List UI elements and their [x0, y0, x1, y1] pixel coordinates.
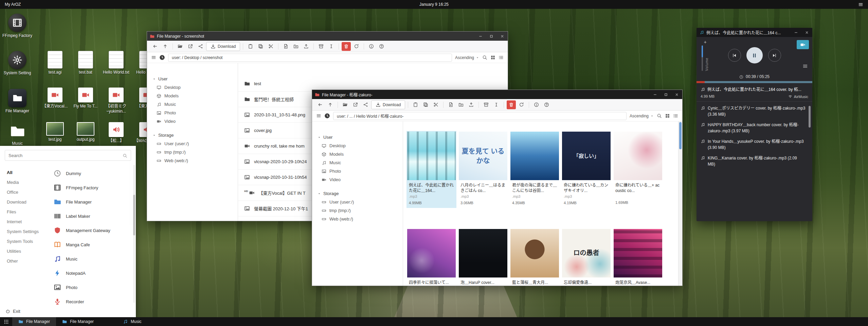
desktop-file-vocal[interactable]: 【東方Vocal... — [40, 88, 70, 114]
desktop-file-test-bat[interactable]: test.bat — [71, 51, 101, 75]
share-button[interactable] — [361, 100, 370, 109]
desktop-file-output-jpg[interactable]: output.jpg — [71, 122, 101, 143]
list-view-icon[interactable] — [673, 113, 678, 118]
file-tile-avase[interactable]: 炮笼京风＿Avase... — [613, 228, 663, 286]
app-item-notepada[interactable]: NotepadA — [53, 266, 131, 280]
desktop-file-fly-me-to-t[interactable]: Fly Me To T... — [71, 88, 101, 114]
open-in-new-button[interactable] — [186, 42, 195, 51]
sidebar-item-music[interactable]: Music — [312, 158, 403, 167]
archive-button[interactable] — [317, 42, 326, 51]
sidebar-item-video[interactable]: Video — [147, 117, 238, 126]
sidebar-section-storage[interactable]: Storage — [147, 131, 238, 139]
download-button[interactable]: Download — [206, 42, 240, 51]
playlist-item[interactable]: Cynic＿ポリスピカデリー cover. by 柘榴-zakuro-.mp3 … — [701, 105, 806, 117]
category-internet[interactable]: Internet — [7, 217, 51, 227]
grid-view-icon[interactable] — [490, 55, 495, 60]
app-item-ffmpeg-factory[interactable]: FFmpeg Factory — [53, 180, 131, 195]
refresh-button[interactable] — [517, 100, 526, 109]
playlist-scrollbar[interactable] — [809, 106, 811, 128]
cut-button[interactable] — [266, 42, 275, 51]
paste-button[interactable] — [411, 100, 420, 109]
file-tile-item[interactable]: 君が夜の海に還るまで＿こんにちは谷田....mp34.35MB — [510, 131, 560, 208]
app-launcher-icon[interactable] — [0, 317, 12, 326]
close-button[interactable] — [671, 90, 682, 99]
desktop-file-test-jpg[interactable]: test.jpg — [40, 122, 70, 143]
help-button[interactable] — [377, 42, 386, 51]
desktop-file-hello-world-txt[interactable]: Hello World.txt — [101, 51, 131, 75]
sidebar-item-tmp-tmp[interactable]: tmp (tmp:/) — [147, 148, 238, 156]
volume-track[interactable] — [702, 45, 703, 71]
desktop-file-test-agi[interactable]: test.agi — [40, 51, 70, 75]
category-office[interactable]: Office — [7, 187, 51, 197]
menu-icon[interactable] — [151, 55, 156, 60]
taskbar-task-file-manager[interactable]: File Manager — [12, 317, 56, 326]
back-button[interactable] — [315, 100, 325, 109]
category-media[interactable]: Media — [7, 177, 51, 187]
app-item-recorder[interactable]: Recorder — [53, 294, 131, 305]
rename-button[interactable] — [327, 42, 336, 51]
hamburger-menu-icon[interactable] — [858, 2, 863, 7]
rename-button[interactable] — [492, 100, 501, 109]
search-icon[interactable] — [657, 113, 662, 118]
new-folder-button[interactable] — [456, 100, 466, 109]
download-button[interactable]: Download — [371, 100, 405, 109]
sidebar-item-user-user[interactable]: User (user:/) — [147, 139, 238, 148]
sidebar-item-photo[interactable]: Photo — [312, 167, 403, 175]
delete-button[interactable] — [507, 100, 516, 109]
maximize-button[interactable] — [661, 90, 671, 99]
taskbar-task-music[interactable]: Music — [117, 317, 147, 326]
app-item-label-maker[interactable]: Label Maker — [53, 209, 131, 223]
paste-button[interactable] — [246, 42, 255, 51]
sidebar-item-video[interactable]: Video — [312, 175, 403, 184]
properties-button[interactable] — [367, 42, 376, 51]
search-box[interactable] — [5, 150, 131, 161]
open-button[interactable] — [341, 100, 350, 109]
archive-button[interactable] — [482, 100, 491, 109]
grid-view-icon[interactable] — [665, 113, 670, 118]
app-item-photo[interactable]: Photo — [53, 280, 131, 294]
cut-button[interactable] — [431, 100, 440, 109]
search-input[interactable] — [8, 153, 123, 158]
player-title-bar[interactable]: 例えば、今此処に置かれた花に＿164 c... — [697, 28, 812, 37]
open-in-new-button[interactable] — [351, 100, 360, 109]
copy-button[interactable] — [256, 42, 265, 51]
open-button[interactable] — [176, 42, 185, 51]
sidebar-section-user[interactable]: User — [312, 133, 403, 141]
upload-button[interactable] — [302, 42, 311, 51]
volume-slider[interactable]: + Volume — [702, 40, 709, 71]
playlist-item[interactable]: KING＿Kanaria cover. by 柘榴-zakuro-.mp3 (2… — [701, 155, 806, 167]
copy-button[interactable] — [421, 100, 430, 109]
category-system-tools[interactable]: System Tools — [7, 236, 51, 246]
category-all[interactable]: All — [7, 168, 51, 177]
sort-dropdown[interactable]: Ascending — [455, 55, 479, 60]
output-device[interactable]: AirMusic — [788, 94, 808, 99]
sidebar-item-models[interactable]: Models — [312, 150, 403, 158]
file-tile-item[interactable]: 「寂しい」命に嫌われている＿カンザキイオリ....mp34.19MB — [561, 131, 611, 208]
system-menu-button[interactable]: My ArOZ — [5, 2, 21, 7]
sidebar-item-models[interactable]: Models — [147, 92, 238, 100]
new-file-button[interactable] — [281, 42, 290, 51]
history-icon[interactable] — [324, 113, 330, 119]
taskbar-task-file-manager[interactable]: File Manager — [56, 317, 100, 326]
delete-button[interactable] — [342, 42, 351, 51]
sidebar-item-desktop[interactable]: Desktop — [312, 141, 403, 150]
exit-button[interactable]: Exit — [0, 305, 136, 317]
minimize-button[interactable] — [475, 32, 486, 41]
back-button[interactable] — [150, 42, 160, 51]
share-button[interactable] — [196, 42, 205, 51]
maximize-button[interactable] — [486, 32, 497, 41]
app-list-scrollbar[interactable] — [133, 165, 135, 303]
file-tile-item[interactable]: ロの愚者忘却偏愛像違... — [561, 228, 611, 286]
sidebar-item-tmp-tmp[interactable]: tmp (tmp:/) — [312, 206, 403, 215]
minimize-button[interactable] — [650, 90, 661, 99]
close-button[interactable] — [497, 32, 508, 41]
category-utilities[interactable]: Utilities — [7, 246, 51, 256]
new-folder-button[interactable] — [291, 42, 301, 51]
app-item-management-gateway[interactable]: Management Gateway — [53, 223, 131, 237]
category-files[interactable]: Files — [7, 207, 51, 217]
playlist-item[interactable]: HAPPY BIRTHDAY＿back number cover. by 柘榴-… — [701, 122, 806, 134]
sidebar-item-web-web[interactable]: Web (web:/) — [312, 215, 403, 223]
window-scrollbar[interactable] — [678, 121, 682, 286]
up-button[interactable] — [161, 42, 170, 51]
file-tile-164[interactable]: 例えば、今此処に置かれた花に＿164....mp34.99MB — [406, 131, 456, 208]
